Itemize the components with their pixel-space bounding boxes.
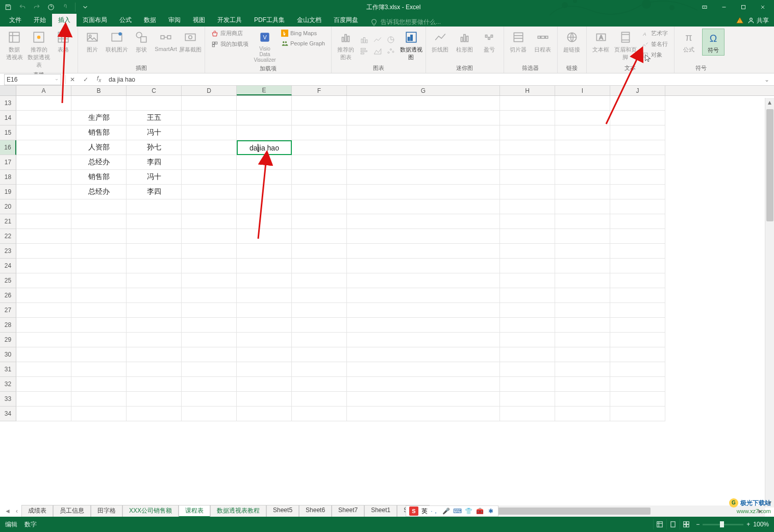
cell-B31[interactable] [71,362,127,377]
symbol-button[interactable]: Ω符号 [702,29,725,56]
cell-E29[interactable] [237,333,292,347]
cell-D25[interactable] [182,273,237,288]
cell-D21[interactable] [182,214,237,229]
cell-E33[interactable] [237,392,292,407]
cell-A16[interactable] [16,140,71,155]
cell-H20[interactable] [500,199,555,214]
sparkline-winloss-button[interactable]: 盈亏 [478,29,501,55]
col-A[interactable]: A [16,86,71,95]
cell-J27[interactable] [610,303,665,318]
cell-A19[interactable] [16,185,71,199]
cell-C21[interactable] [127,214,182,229]
cell-F19[interactable] [292,185,347,199]
visio-button[interactable]: VVisio Data Visualizer [254,29,276,64]
row-header-18[interactable]: 18 [0,170,16,185]
object-button[interactable]: 对象 [639,50,671,60]
cell-E22[interactable] [237,229,292,244]
row-header-34[interactable]: 34 [0,407,16,421]
cell-I27[interactable] [555,303,610,318]
cell-G19[interactable] [347,185,500,199]
cell-H23[interactable] [500,244,555,259]
share-button[interactable]: 共享 [747,16,769,25]
cell-E28[interactable] [237,318,292,333]
pivotchart-button[interactable]: 数据透视图 [400,29,422,62]
cell-C20[interactable] [127,199,182,214]
cell-A20[interactable] [16,199,71,214]
cell-E24[interactable] [237,259,292,273]
cell-F23[interactable] [292,244,347,259]
cell-I25[interactable] [555,273,610,288]
sparkline-column-button[interactable]: 柱形图 [454,29,476,55]
cell-D17[interactable] [182,155,237,170]
cell-F30[interactable] [292,347,347,362]
col-D[interactable]: D [182,86,237,95]
cell-A30[interactable] [16,347,71,362]
cell-I28[interactable] [555,318,610,333]
cell-H26[interactable] [500,288,555,303]
cell-J16[interactable] [610,140,665,155]
cell-B27[interactable] [71,303,127,318]
cell-H21[interactable] [500,214,555,229]
touch-icon[interactable] [59,2,71,13]
insert-function-button[interactable]: fx [92,75,106,83]
cell-C29[interactable] [127,333,182,347]
cell-C23[interactable] [127,244,182,259]
cell-C16[interactable]: 孙七 [127,140,182,155]
online-pictures-button[interactable]: 联机图片 [106,29,128,55]
cell-J22[interactable] [610,229,665,244]
cell-C25[interactable] [127,273,182,288]
cell-J19[interactable] [610,185,665,199]
pictures-button[interactable]: 图片 [81,29,104,55]
cell-I29[interactable] [555,333,610,347]
cell-F29[interactable] [292,333,347,347]
tab-pagelayout[interactable]: 页面布局 [77,14,113,27]
cell-J29[interactable] [610,333,665,347]
cell-G29[interactable] [347,333,500,347]
cell-C33[interactable] [127,392,182,407]
wordart-button[interactable]: A艺术字 [639,29,671,38]
slicer-button[interactable]: 切片器 [507,29,530,55]
people-graph-button[interactable]: People Graph [278,39,328,48]
horizontal-scrollbar[interactable]: ◄ ► [453,505,765,517]
row-header-23[interactable]: 23 [0,244,16,259]
ribbon-options-icon[interactable] [695,1,714,13]
cell-A32[interactable] [16,377,71,392]
ime-skin-icon[interactable]: 👕 [464,508,472,515]
select-all-corner[interactable] [0,86,16,95]
cell-I30[interactable] [555,347,610,362]
cell-H16[interactable] [500,140,555,155]
cell-E30[interactable] [237,347,292,362]
scroll-down-button[interactable]: ▼ [765,498,774,508]
row-header-32[interactable]: 32 [0,377,16,392]
warning-icon[interactable] [736,17,743,24]
cell-I32[interactable] [555,377,610,392]
table-button[interactable]: 表格 [52,29,74,55]
cell-B15[interactable]: 销售部 [71,125,127,140]
screenshot-button[interactable]: 屏幕截图 [179,29,202,55]
cell-A13[interactable] [16,96,71,111]
row-header-22[interactable]: 22 [0,229,16,244]
cell-G23[interactable] [347,244,500,259]
col-G[interactable]: G [347,86,500,95]
cell-F22[interactable] [292,229,347,244]
col-H[interactable]: H [500,86,555,95]
cell-E14[interactable] [237,111,292,125]
cell-J31[interactable] [610,362,665,377]
cell-F16[interactable] [292,140,347,155]
cell-G21[interactable] [347,214,500,229]
cell-J20[interactable] [610,199,665,214]
cell-A33[interactable] [16,392,71,407]
cell-F17[interactable] [292,155,347,170]
cell-H15[interactable] [500,125,555,140]
ime-toolbar[interactable]: S 英 ·， 🎤 ⌨ 👕 🧰 ✱ [406,505,498,517]
cell-E15[interactable] [237,125,292,140]
row-header-25[interactable]: 25 [0,273,16,288]
cell-A25[interactable] [16,273,71,288]
equation-button[interactable]: π公式 [678,29,700,55]
sheet-nav-prev[interactable]: ‹ [12,506,21,516]
cell-G15[interactable] [347,125,500,140]
sheet-tab-2[interactable]: 田字格 [91,505,122,517]
zoom-in-button[interactable]: + [746,521,750,528]
cell-E27[interactable] [237,303,292,318]
hyperlink-button[interactable]: 超链接 [561,29,583,55]
